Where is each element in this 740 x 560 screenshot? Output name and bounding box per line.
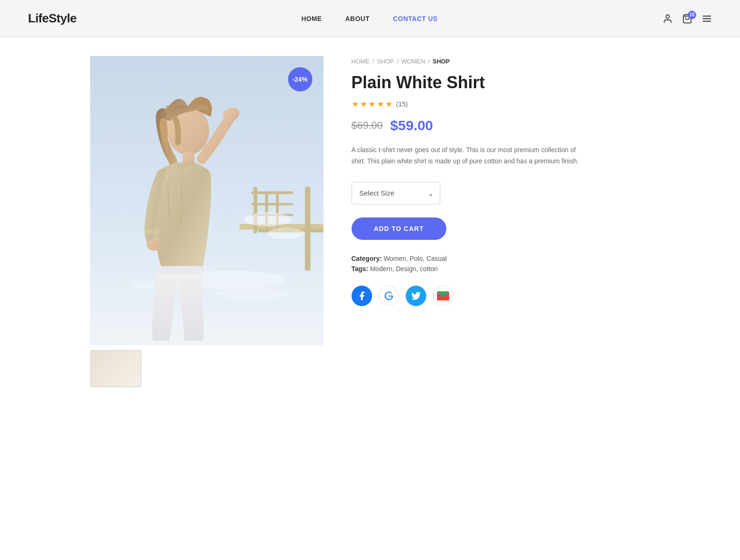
cart-badge: 10 — [688, 11, 696, 19]
star-1: ★ — [352, 99, 359, 109]
facebook-share-button[interactable] — [352, 286, 372, 306]
sale-price: $59.00 — [390, 118, 433, 133]
add-to-cart-button[interactable]: ADD TO CART — [352, 217, 446, 240]
twitter-icon — [411, 291, 421, 301]
breadcrumb-sep-2: / — [397, 58, 399, 65]
tags-row: Tags: Modern, Design, cotton — [352, 265, 650, 273]
product-image-svg — [90, 56, 324, 345]
breadcrumb-sep-1: / — [373, 58, 374, 65]
svg-point-21 — [147, 239, 161, 251]
category-value: Women, Polo, Casual — [384, 255, 447, 262]
breadcrumb: HOME / SHOP / WOMEN / SHOP — [352, 58, 650, 65]
review-count: (15) — [396, 100, 408, 108]
breadcrumb-sep-3: / — [428, 58, 430, 65]
header-icons: 10 — [662, 14, 712, 24]
svg-point-24 — [244, 212, 291, 226]
thumbnail-1[interactable] — [90, 350, 141, 387]
size-select-wrapper: Select Size XS S M L XL XXL ⌄ — [352, 182, 440, 204]
cart-icon-button[interactable]: 10 — [682, 14, 692, 24]
nav-about[interactable]: ABOUT — [345, 15, 369, 22]
svg-rect-16 — [251, 203, 293, 205]
product-meta: Category: Women, Polo, Casual Tags: Mode… — [352, 255, 650, 273]
social-icons — [352, 286, 650, 306]
nav-contact[interactable]: CONTACT US — [393, 15, 438, 22]
google-share-button[interactable] — [379, 286, 399, 306]
price-row: $69.00 $59.00 — [352, 118, 650, 133]
tags-value: Modern, Design, cotton — [370, 265, 438, 273]
gmail-icon — [437, 291, 449, 301]
svg-point-0 — [666, 14, 669, 18]
star-3: ★ — [368, 99, 376, 109]
svg-point-7 — [216, 288, 291, 300]
star-2: ★ — [360, 99, 367, 109]
breadcrumb-shop[interactable]: SHOP — [377, 58, 394, 65]
product-title: Plain White Shirt — [352, 72, 650, 92]
main-content: -24% — [0, 37, 740, 560]
product-image-section: -24% — [90, 56, 324, 387]
original-price: $69.00 — [352, 119, 383, 132]
user-icon-button[interactable] — [662, 14, 673, 24]
discount-badge: -24% — [288, 67, 312, 91]
svg-rect-15 — [251, 191, 293, 194]
site-header: LifeStyle HOME ABOUT CONTACT US 10 — [0, 0, 740, 37]
category-row: Category: Women, Polo, Casual — [352, 255, 650, 262]
star-5: ★ — [385, 99, 393, 109]
star-4: ★ — [377, 99, 384, 109]
product-wrapper: -24% — [90, 56, 650, 387]
user-icon — [662, 14, 673, 24]
svg-point-25 — [268, 228, 305, 239]
main-nav: HOME ABOUT CONTACT US — [301, 15, 437, 22]
size-select[interactable]: Select Size XS S M L XL XXL — [352, 182, 440, 204]
rating-row: ★ ★ ★ ★ ★ (15) — [352, 99, 650, 109]
svg-rect-23 — [146, 229, 160, 233]
facebook-icon — [357, 291, 367, 301]
google-icon — [384, 291, 394, 301]
product-description: A classic t-shirt never goes out of styl… — [352, 145, 585, 167]
thumbnail-row — [90, 350, 324, 387]
breadcrumb-home[interactable]: HOME — [352, 58, 370, 65]
site-logo[interactable]: LifeStyle — [28, 11, 77, 26]
star-rating: ★ ★ ★ ★ ★ — [352, 99, 393, 109]
hamburger-icon — [702, 14, 712, 24]
twitter-share-button[interactable] — [406, 286, 426, 306]
product-main-image[interactable] — [90, 56, 324, 345]
category-label: Category: — [352, 255, 382, 262]
product-details: HOME / SHOP / WOMEN / SHOP Plain White S… — [352, 56, 650, 306]
menu-icon-button[interactable] — [702, 14, 712, 24]
gmail-share-button[interactable] — [433, 286, 453, 306]
breadcrumb-women[interactable]: WOMEN — [402, 58, 425, 65]
svg-rect-22 — [155, 266, 202, 273]
tags-label: Tags: — [352, 265, 368, 273]
breadcrumb-current: SHOP — [433, 58, 450, 65]
nav-home[interactable]: HOME — [301, 15, 322, 22]
